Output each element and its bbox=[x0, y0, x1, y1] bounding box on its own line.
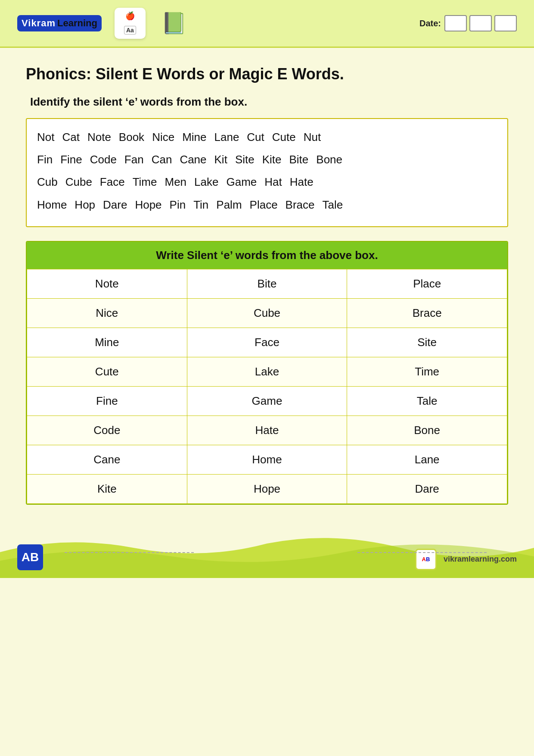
word-item: Hop bbox=[75, 195, 95, 214]
word-item: Cute bbox=[272, 128, 296, 147]
table-cell: Hope bbox=[187, 474, 347, 503]
table-row: CuteLakeTime bbox=[27, 357, 507, 386]
footer-right: AB vikramlearning.com bbox=[415, 549, 517, 570]
word-item: Site bbox=[235, 150, 255, 169]
word-item: Hat bbox=[264, 172, 282, 191]
word-item: Brace bbox=[286, 195, 315, 214]
table-row: CodeHateBone bbox=[27, 415, 507, 445]
footer-url: vikramlearning.com bbox=[444, 555, 517, 564]
table-row: NoteBitePlace bbox=[27, 269, 507, 298]
header: Vikram Learning Aa 📗 Date: bbox=[0, 0, 534, 48]
table-cell: Tale bbox=[347, 386, 507, 415]
table-cell: Bite bbox=[187, 269, 347, 298]
silent-words-table: NoteBitePlaceNiceCubeBraceMineFaceSiteCu… bbox=[27, 269, 507, 504]
table-cell: Code bbox=[27, 415, 187, 445]
table-row: KiteHopeDare bbox=[27, 474, 507, 503]
date-input-boxes[interactable] bbox=[444, 15, 517, 31]
word-item: Kite bbox=[262, 150, 282, 169]
table-cell: Hate bbox=[187, 415, 347, 445]
dotted-line-right bbox=[357, 552, 487, 553]
table-cell: Fine bbox=[27, 386, 187, 415]
word-item: Cub bbox=[37, 172, 58, 191]
table-cell: Lane bbox=[347, 445, 507, 474]
logo-learning: Learning bbox=[57, 18, 97, 29]
book-emoji-icon: 📗 bbox=[158, 8, 189, 39]
date-box-2[interactable] bbox=[469, 15, 492, 31]
word-item: Hope bbox=[135, 195, 161, 214]
footer-book-icon: AB bbox=[17, 544, 43, 570]
word-item: Face bbox=[100, 172, 125, 191]
word-row: HomeHopDareHopePinTinPalmPlaceBraceTale bbox=[37, 195, 497, 214]
word-item: Cat bbox=[62, 128, 79, 147]
word-item: Cube bbox=[65, 172, 92, 191]
table-cell: Time bbox=[347, 357, 507, 386]
table-cell: Site bbox=[347, 328, 507, 357]
table-section: Write Silent ‘e’ words from the above bo… bbox=[26, 241, 508, 505]
word-item: Lake bbox=[194, 172, 218, 191]
logo: Vikram Learning bbox=[17, 15, 102, 31]
word-item: Pin bbox=[170, 195, 186, 214]
table-row: CaneHomeLane bbox=[27, 445, 507, 474]
table-cell: Dare bbox=[347, 474, 507, 503]
table-cell: Place bbox=[347, 269, 507, 298]
table-row: FineGameTale bbox=[27, 386, 507, 415]
word-box: NotCatNoteBookNiceMineLaneCutCuteNutFinF… bbox=[26, 118, 508, 227]
table-cell: Kite bbox=[27, 474, 187, 503]
word-item: Book bbox=[119, 128, 144, 147]
word-item: Lane bbox=[214, 128, 239, 147]
word-item: Hate bbox=[290, 172, 314, 191]
word-row: FinFineCodeFanCanCaneKitSiteKiteBiteBone bbox=[37, 150, 497, 169]
word-item: Not bbox=[37, 128, 54, 147]
word-item: Bone bbox=[316, 150, 342, 169]
word-item: Nice bbox=[152, 128, 174, 147]
word-row: CubCubeFaceTimeMenLakeGameHatHate bbox=[37, 172, 497, 191]
word-item: Palm bbox=[216, 195, 242, 214]
word-item: Home bbox=[37, 195, 67, 214]
word-item: Game bbox=[226, 172, 257, 191]
word-item: Tale bbox=[323, 195, 343, 214]
word-item: Fin bbox=[37, 150, 53, 169]
table-cell: Cube bbox=[187, 298, 347, 328]
word-item: Time bbox=[133, 172, 157, 191]
word-item: Note bbox=[87, 128, 111, 147]
page-title: Phonics: Silent E Words or Magic E Words… bbox=[26, 65, 508, 83]
logo-vikram: Vikram bbox=[22, 18, 56, 29]
aa-icon: Aa bbox=[115, 8, 146, 39]
date-box-3[interactable] bbox=[494, 15, 517, 31]
word-item: Code bbox=[90, 150, 117, 169]
word-item: Place bbox=[250, 195, 278, 214]
table-cell: Bone bbox=[347, 415, 507, 445]
table-cell: Mine bbox=[27, 328, 187, 357]
date-label: Date: bbox=[419, 19, 441, 28]
table-cell: Cute bbox=[27, 357, 187, 386]
subtitle: Identify the silent ‘e’ words from the b… bbox=[30, 95, 508, 109]
table-cell: Lake bbox=[187, 357, 347, 386]
word-item: Men bbox=[165, 172, 186, 191]
table-row: NiceCubeBrace bbox=[27, 298, 507, 328]
date-box-1[interactable] bbox=[444, 15, 467, 31]
word-item: Bite bbox=[289, 150, 309, 169]
dotted-line-left bbox=[65, 552, 194, 553]
table-cell: Face bbox=[187, 328, 347, 357]
word-item: Can bbox=[152, 150, 172, 169]
table-cell: Note bbox=[27, 269, 187, 298]
word-item: Fine bbox=[60, 150, 82, 169]
table-cell: Game bbox=[187, 386, 347, 415]
word-item: Tin bbox=[193, 195, 208, 214]
table-cell: Nice bbox=[27, 298, 187, 328]
word-item: Mine bbox=[182, 128, 206, 147]
date-area: Date: bbox=[419, 15, 517, 31]
word-item: Kit bbox=[214, 150, 227, 169]
word-row: NotCatNoteBookNiceMineLaneCutCuteNut bbox=[37, 128, 497, 147]
word-item: Cane bbox=[180, 150, 206, 169]
word-item: Fan bbox=[124, 150, 144, 169]
table-row: MineFaceSite bbox=[27, 328, 507, 357]
table-cell: Home bbox=[187, 445, 347, 474]
word-item: Nut bbox=[304, 128, 321, 147]
table-cell: Brace bbox=[347, 298, 507, 328]
word-item: Cut bbox=[247, 128, 264, 147]
table-header: Write Silent ‘e’ words from the above bo… bbox=[27, 242, 507, 269]
main-content: Phonics: Silent E Words or Magic E Words… bbox=[0, 48, 534, 513]
footer-content: AB AB vikramlearning.com bbox=[0, 544, 534, 574]
footer: AB AB vikramlearning.com bbox=[0, 526, 534, 578]
